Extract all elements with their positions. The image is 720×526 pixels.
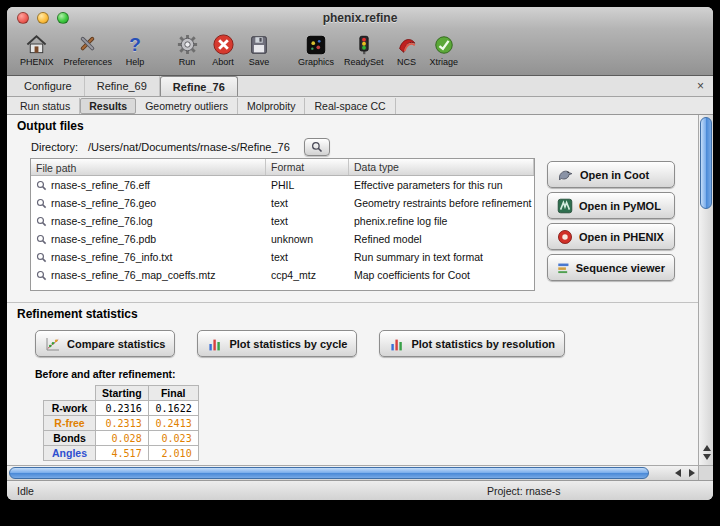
browse-directory-button[interactable] — [304, 138, 330, 156]
zoom-window-button[interactable] — [57, 12, 69, 24]
tab-configure[interactable]: Configure — [12, 76, 85, 96]
file-data-type: Refined model — [349, 233, 534, 245]
open-in-pymol-button[interactable]: Open in PyMOL — [547, 192, 675, 219]
status-text: Idle — [17, 485, 34, 497]
toolbar-button-graphics[interactable]: Graphics — [293, 31, 339, 68]
toolbar-button-run[interactable]: Run — [169, 31, 205, 68]
output-files-heading: Output files — [17, 119, 698, 133]
toolbar-label: ReadySet — [344, 57, 384, 67]
stats-row-label: R-work — [44, 401, 96, 416]
horizontal-scrollbar[interactable] — [7, 465, 698, 480]
tab-real-space-cc[interactable]: Real-space CC — [305, 98, 395, 114]
file-data-type: phenix.refine log file — [349, 215, 534, 227]
traffic-lights — [17, 12, 69, 24]
file-data-type: Geometry restraints before refinement — [349, 197, 534, 209]
scroll-right-arrow[interactable] — [689, 469, 695, 477]
stats-final-value: 2.010 — [148, 446, 198, 461]
vertical-scrollbar-thumb[interactable] — [700, 117, 712, 209]
toolbar-button-help[interactable]: ? Help — [117, 31, 153, 68]
vertical-scrollbar[interactable] — [698, 115, 713, 465]
stats-row: R-work 0.2316 0.1622 — [44, 401, 199, 416]
directory-label: Directory: — [31, 141, 78, 153]
tab-close-button[interactable]: × — [697, 79, 704, 93]
toolbar-button-save[interactable]: Save — [241, 31, 277, 68]
bar-chart-icon — [389, 336, 405, 352]
file-name: rnase-s_refine_76.pdb — [51, 233, 156, 245]
tab-run-status[interactable]: Run status — [11, 98, 80, 114]
output-files-table: File path Format Data type rnase-s_refin… — [30, 158, 535, 291]
phenix-home-icon — [24, 32, 50, 57]
file-row[interactable]: rnase-s_refine_76_map_coeffs.mtz ccp4_mt… — [31, 266, 534, 284]
stats-row-label: Bonds — [44, 431, 96, 446]
tab-refine-69[interactable]: Refine_69 — [85, 76, 160, 96]
open-in-phenix-button[interactable]: Open in PHENIX — [547, 223, 675, 250]
file-name: rnase-s_refine_76.log — [51, 215, 153, 227]
scroll-left-arrow[interactable] — [675, 469, 681, 477]
file-row[interactable]: rnase-s_refine_76.log text phenix.refine… — [31, 212, 534, 230]
column-header-format[interactable]: Format — [266, 159, 349, 175]
scroll-down-arrow[interactable] — [703, 454, 711, 460]
toolbar-button-readyset[interactable]: ReadySet — [339, 31, 389, 68]
project-label: Project: rnase-s — [487, 485, 561, 497]
screen: phenix.refine PHENIX Preferences ? Help — [0, 0, 720, 526]
stats-starting-value: 0.2316 — [96, 401, 149, 416]
files-table-header: File path Format Data type — [31, 159, 534, 176]
content-area: Output files Directory: /Users/nat/Docum… — [7, 115, 713, 480]
status-bar: Idle Project: rnase-s — [7, 480, 713, 500]
plot-statistics-by-cycle-button[interactable]: Plot statistics by cycle — [197, 330, 357, 357]
file-magnifier-icon — [36, 216, 47, 227]
directory-row: Directory: /Users/nat/Documents/rnase-s/… — [31, 138, 698, 156]
plot-statistics-by-resolution-button[interactable]: Plot statistics by resolution — [379, 330, 565, 357]
button-label: Plot statistics by cycle — [229, 338, 347, 350]
toolbar-button-phenix[interactable]: PHENIX — [15, 31, 59, 68]
file-data-type: Run summary in text format — [349, 251, 534, 263]
scroll-up-arrow[interactable] — [703, 445, 711, 451]
toolbar-button-preferences[interactable]: Preferences — [59, 31, 118, 68]
file-name: rnase-s_refine_76.eff — [51, 179, 150, 191]
file-row[interactable]: rnase-s_refine_76.pdb unknown Refined mo… — [31, 230, 534, 248]
help-icon: ? — [122, 32, 148, 57]
toolbar-button-ncs[interactable]: NCS — [389, 31, 425, 68]
file-row[interactable]: rnase-s_refine_76_info.txt text Run summ… — [31, 248, 534, 266]
titlebar[interactable]: phenix.refine — [7, 7, 713, 29]
open-in-coot-button[interactable]: Open in Coot — [547, 161, 675, 188]
button-label: Sequence viewer — [576, 262, 665, 274]
minimize-window-button[interactable] — [37, 12, 49, 24]
stats-final-value: 0.023 — [148, 431, 198, 446]
file-name: rnase-s_refine_76_map_coeffs.mtz — [51, 269, 215, 281]
vertical-scrollbar-arrows — [699, 442, 713, 463]
file-row[interactable]: rnase-s_refine_76.eff PHIL Effective par… — [31, 176, 534, 194]
readyset-traffic-light-icon — [351, 32, 377, 57]
column-header-file-path[interactable]: File path — [31, 159, 266, 175]
file-format: ccp4_mtz — [266, 269, 349, 281]
compare-statistics-button[interactable]: Compare statistics — [35, 330, 175, 357]
tab-molprobity[interactable]: Molprobity — [238, 98, 305, 114]
viewer-buttons: Open in Coot Open in PyMOL Open in PHENI… — [547, 158, 675, 291]
toolbar-button-xtriage[interactable]: Xtriage — [425, 31, 464, 68]
horizontal-scrollbar-thumb[interactable] — [9, 467, 649, 479]
tab-refine-76[interactable]: Refine_76 — [160, 76, 238, 96]
close-window-button[interactable] — [17, 12, 29, 24]
sequence-viewer-icon — [557, 260, 570, 276]
results-scrollpane: Output files Directory: /Users/nat/Docum… — [7, 115, 698, 465]
tab-geometry-outliers[interactable]: Geometry outliers — [136, 98, 238, 114]
toolbar-button-abort[interactable]: Abort — [205, 31, 241, 68]
sequence-viewer-button[interactable]: Sequence viewer — [547, 254, 675, 281]
stats-header-final: Final — [148, 386, 198, 401]
main-tab-bar: Configure Refine_69 Refine_76 × — [7, 76, 713, 97]
tab-results[interactable]: Results — [80, 98, 136, 114]
output-files-section: File path Format Data type rnase-s_refin… — [30, 158, 698, 291]
stats-starting-value: 0.2313 — [96, 416, 149, 431]
file-magnifier-icon — [36, 234, 47, 245]
file-format: PHIL — [266, 179, 349, 191]
column-header-data-type[interactable]: Data type — [349, 159, 534, 175]
file-row[interactable]: rnase-s_refine_76.geo text Geometry rest… — [31, 194, 534, 212]
toolbar-label: Xtriage — [430, 57, 459, 67]
file-data-type: Effective parameters for this run — [349, 179, 534, 191]
app-window: phenix.refine PHENIX Preferences ? Help — [7, 7, 713, 500]
abort-icon — [210, 32, 236, 57]
toolbar-label: Preferences — [64, 57, 113, 67]
phenix-viewer-icon — [557, 229, 573, 245]
button-label: Open in Coot — [580, 169, 649, 181]
toolbar-label: PHENIX — [20, 57, 54, 67]
